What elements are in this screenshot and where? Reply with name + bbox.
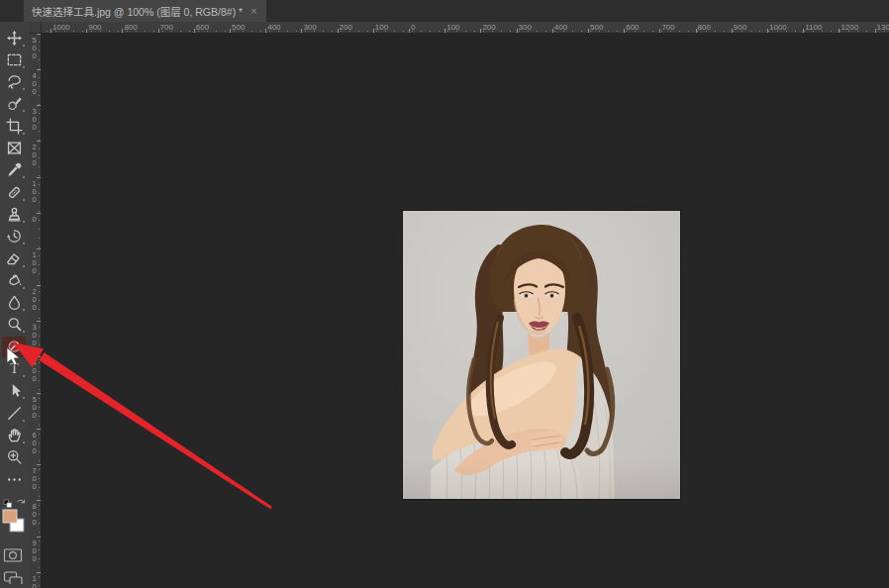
- default-colors-icon[interactable]: [4, 500, 12, 508]
- ruler-label: 1300: [877, 23, 889, 32]
- tool-group-dot: [23, 309, 25, 311]
- zoom-icon: [6, 448, 23, 465]
- tool-group-dot: [23, 375, 25, 377]
- ruler-label: 100: [375, 23, 388, 32]
- ruler-label: 600: [31, 431, 38, 454]
- tool-eraser[interactable]: [2, 248, 26, 269]
- tools-panel: T: [0, 22, 30, 588]
- tab-close-icon[interactable]: ×: [250, 0, 256, 22]
- tool-quick-selection[interactable]: [2, 93, 26, 114]
- tool-eyedropper[interactable]: [2, 159, 26, 180]
- tool-clone-stamp[interactable]: [2, 204, 26, 225]
- tool-spot-healing-brush[interactable]: [2, 182, 26, 203]
- ruler-label: 0: [411, 23, 415, 32]
- tool-dodge[interactable]: [2, 314, 26, 335]
- tool-blur[interactable]: [2, 292, 26, 313]
- tool-type[interactable]: T: [2, 358, 26, 379]
- spot-healing-brush-icon: [6, 184, 23, 201]
- ruler-label: 600: [626, 23, 639, 32]
- pen-icon: [6, 339, 23, 355]
- ruler-label: 700: [661, 23, 674, 32]
- tool-line[interactable]: [2, 403, 26, 424]
- ruler-label: 200: [482, 23, 495, 32]
- screen-mode-icon[interactable]: [5, 572, 23, 584]
- tool-path-selection[interactable]: [2, 380, 26, 401]
- photoshop-window: 快速选择工具.jpg @ 100% (图层 0, RGB/8#) * × T 1…: [0, 0, 889, 588]
- ruler-label: 900: [734, 23, 746, 32]
- ruler-label: 500: [31, 36, 38, 59]
- ruler-label: 500: [590, 23, 603, 32]
- quick-mask-icon[interactable]: [5, 549, 22, 561]
- ruler-label: 800: [698, 23, 711, 32]
- ruler-label: 100: [31, 250, 38, 274]
- line-icon: [6, 405, 23, 422]
- tool-group-dot: [23, 243, 25, 245]
- ruler-label: 1000: [31, 574, 38, 588]
- tool-group-dot: [23, 133, 25, 135]
- tool-zoom[interactable]: [2, 446, 26, 467]
- tool-rectangular-marquee[interactable]: [2, 49, 26, 70]
- blur-icon: [6, 294, 23, 311]
- ruler-label: 400: [31, 358, 38, 382]
- tool-group-dot: [23, 397, 25, 399]
- quick-selection-icon: [6, 95, 23, 112]
- frame-icon: [6, 140, 23, 156]
- document-image[interactable]: [403, 211, 680, 499]
- ruler-label: 600: [196, 23, 209, 32]
- foreground-color-swatch[interactable]: [3, 510, 17, 523]
- path-selection-icon: [6, 382, 23, 399]
- tool-group-dot: [23, 420, 25, 422]
- tool-pen[interactable]: [2, 337, 26, 357]
- ruler-label: 800: [124, 23, 137, 32]
- toolbar-bottom-controls: [0, 475, 29, 584]
- tool-group-dot: [23, 199, 25, 201]
- swap-colors-icon[interactable]: [18, 500, 25, 503]
- tool-group-dot: [23, 221, 25, 223]
- ruler-label: 200: [340, 23, 352, 32]
- ruler-label: 0: [31, 215, 38, 223]
- ruler-label: 100: [446, 23, 459, 32]
- type-icon: T: [6, 360, 23, 377]
- ruler-label: 300: [31, 323, 38, 346]
- paint-bucket-icon: [6, 272, 23, 289]
- tool-group-dot: [23, 88, 25, 90]
- document-tab[interactable]: 快速选择工具.jpg @ 100% (图层 0, RGB/8#) * ×: [24, 0, 266, 22]
- ruler-label: 1000: [52, 23, 70, 32]
- ruler-label: 1200: [840, 23, 858, 32]
- tool-frame[interactable]: [2, 138, 26, 158]
- eraser-icon: [6, 250, 23, 267]
- tool-hand[interactable]: [2, 425, 26, 445]
- tool-group-dot: [23, 353, 25, 355]
- ruler-label: 300: [31, 107, 38, 131]
- ruler-label: 700: [31, 466, 38, 490]
- ruler-label: 900: [31, 539, 38, 562]
- ruler-label: 200: [31, 143, 38, 166]
- tool-move[interactable]: [2, 28, 26, 49]
- tool-group-dot: [23, 265, 25, 267]
- tool-crop[interactable]: [2, 116, 26, 137]
- ruler-label: 500: [232, 23, 245, 32]
- clone-stamp-icon: [6, 206, 23, 223]
- ruler-label: 200: [31, 287, 38, 311]
- ruler-label: 400: [554, 23, 567, 32]
- hand-icon: [6, 427, 23, 443]
- tool-paint-bucket[interactable]: [2, 270, 26, 291]
- ruler-label: 500: [31, 395, 38, 419]
- ruler-label: 300: [519, 23, 532, 32]
- tool-lasso[interactable]: [2, 71, 26, 92]
- svg-text:T: T: [10, 361, 19, 376]
- tool-group-dot: [23, 331, 25, 333]
- ruler-label: 900: [88, 23, 101, 32]
- move-icon: [6, 30, 23, 47]
- document-title: 快速选择工具.jpg @ 100% (图层 0, RGB/8#) *: [32, 4, 243, 19]
- history-brush-icon: [6, 228, 23, 245]
- crop-icon: [6, 118, 23, 135]
- tool-group-dot: [23, 176, 25, 178]
- ruler-label: 400: [267, 23, 280, 32]
- ruler-corner: [29, 22, 42, 34]
- ruler-label: 800: [31, 502, 38, 526]
- tool-group-dot: [23, 66, 25, 68]
- tool-history-brush[interactable]: [2, 226, 26, 246]
- tool-group-dot: [23, 287, 25, 289]
- ruler-label: 1000: [769, 23, 787, 32]
